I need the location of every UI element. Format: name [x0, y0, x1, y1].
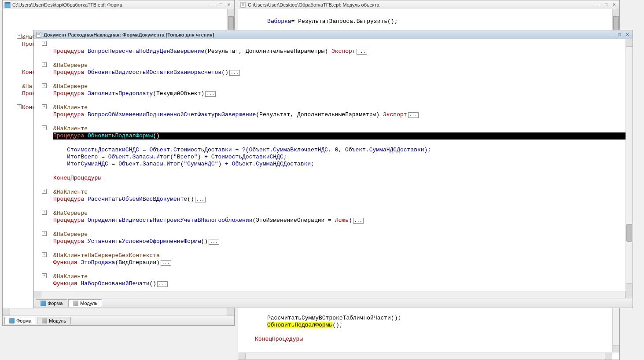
- code-line: Процедура РассчитатьОбъемИВесВДокументе(…: [53, 196, 206, 202]
- code-line: ОбновитьПодвалФормы();: [267, 322, 343, 328]
- code-line: Процедура ВопросОбИзмененииПодчиненнойСч…: [53, 111, 419, 118]
- ellipsis-icon[interactable]: ...: [408, 112, 419, 118]
- tab-form[interactable]: Форма: [36, 299, 67, 307]
- code-line: Процедура УстановитьУсловноеОформлениеФо…: [53, 238, 219, 245]
- svg-rect-1: [5, 2, 10, 4]
- titlebar[interactable]: Документ РасходнаяНакладная: ФормаДокуме…: [34, 30, 633, 39]
- ellipsis-icon[interactable]: ...: [161, 260, 171, 266]
- directive: &НаСервере: [53, 231, 88, 238]
- ellipsis-icon[interactable]: ...: [353, 218, 364, 224]
- titlebar[interactable]: C:\Users\User\Desktop\ОбработкаТГВ.epf: …: [3, 0, 234, 9]
- module-icon: [42, 318, 47, 323]
- code-line: РассчитатьСуммуВСтрокеТабличнойЧасти();: [267, 315, 401, 321]
- ellipsis-icon[interactable]: ...: [157, 281, 168, 287]
- directive: &НаСервере: [53, 210, 88, 217]
- svg-rect-6: [37, 32, 41, 37]
- fold-button[interactable]: +: [42, 83, 47, 88]
- bottom-tabs: Форма Модуль: [3, 316, 234, 325]
- directive: &НаКлиенте: [53, 125, 88, 132]
- ellipsis-icon[interactable]: ...: [357, 49, 367, 55]
- code-line: Функция НаборОснованийПечати()...: [53, 280, 168, 287]
- fold-button[interactable]: +: [42, 273, 47, 278]
- code-line: Процедура ОбновитьВидимостьИОстаткиВзаим…: [53, 69, 240, 76]
- ellipsis-icon[interactable]: ...: [209, 239, 219, 245]
- bottom-tabs: Форма Модуль: [34, 298, 633, 308]
- close-button[interactable]: ✕: [225, 2, 232, 8]
- title-text: Документ РасходнаяНакладная: ФормаДокуме…: [44, 32, 608, 37]
- form-icon: [40, 301, 46, 306]
- fold-button[interactable]: +: [42, 231, 47, 236]
- code-line: Процедура ОпределитьВидимостьНастроекУче…: [53, 217, 364, 224]
- code-line: Процедура ЗаполнитьПредоплату(ТекущийОбъ…: [53, 90, 216, 97]
- end-keyword: КонецПроцедуры: [255, 336, 303, 342]
- fold-button[interactable]: +: [42, 62, 47, 67]
- module-icon: [73, 301, 78, 306]
- ellipsis-icon[interactable]: ...: [195, 197, 206, 202]
- code-line: ИтогВсего = Объект.Запасы.Итог("Всего") …: [53, 154, 287, 160]
- svg-rect-2: [241, 2, 245, 7]
- tab-module[interactable]: Модуль: [37, 317, 71, 324]
- module-icon: [240, 2, 246, 8]
- directive: &НаСервере: [53, 62, 88, 69]
- maximize-button[interactable]: □: [603, 2, 610, 8]
- minimize-button[interactable]: —: [210, 2, 217, 8]
- directive: &НаКлиентеНаСервереБезКонтекста: [53, 252, 160, 259]
- maximize-button[interactable]: □: [217, 2, 224, 8]
- titlebar[interactable]: C:\Users\User\Desktop\ОбработкаТГВ.epf: …: [238, 0, 619, 9]
- ellipsis-icon[interactable]: ...: [229, 70, 240, 76]
- form-icon: [4, 2, 11, 8]
- fold-button[interactable]: +: [17, 34, 22, 39]
- scrollbar-horizontal[interactable]: [34, 291, 633, 298]
- minimize-button[interactable]: —: [608, 32, 615, 38]
- fold-button[interactable]: +: [42, 252, 47, 257]
- fold-button[interactable]: +: [42, 41, 47, 46]
- close-button[interactable]: ✕: [611, 2, 618, 8]
- scrollbar-horizontal[interactable]: [3, 309, 234, 316]
- fold-button[interactable]: +: [17, 104, 22, 109]
- directive: &НаСервере: [53, 83, 88, 90]
- directive: &НаКлиенте: [53, 273, 88, 280]
- ellipsis-icon[interactable]: ...: [205, 91, 216, 97]
- end-keyword: КонецПроцедуры: [53, 175, 101, 181]
- code-line: СтоимостьДоставкиСНДС = Объект.Стоимость…: [53, 147, 431, 153]
- directive: &НаКлиенте: [53, 189, 88, 195]
- scrollbar-horizontal[interactable]: [238, 353, 612, 360]
- title-text: C:\Users\User\Desktop\ОбработкаТГВ.epf: …: [248, 2, 595, 7]
- code-line: Функция ЭтоПродажа(ВидОперации)...: [53, 259, 171, 266]
- fold-button[interactable]: +: [42, 210, 47, 215]
- directive: &НаКлиенте: [53, 104, 88, 111]
- minimize-button[interactable]: —: [595, 2, 602, 8]
- title-text: C:\Users\User\Desktop\ОбработкаТГВ.epf: …: [12, 2, 210, 7]
- code-area[interactable]: Процедура ВопросПересчетаПоВидуЦенЗаверш…: [34, 39, 633, 291]
- document-icon: [36, 32, 42, 38]
- tab-form[interactable]: Форма: [4, 317, 36, 324]
- close-button[interactable]: ✕: [624, 32, 631, 38]
- tab-module[interactable]: Модуль: [68, 299, 102, 307]
- maximize-button[interactable]: □: [616, 32, 623, 38]
- scrollbar-vertical[interactable]: [626, 39, 633, 291]
- directive: &На: [22, 83, 32, 90]
- fold-button[interactable]: −: [42, 125, 47, 130]
- fold-button[interactable]: +: [42, 104, 47, 109]
- highlighted-line: Процедура ОбновитьПодвалФормы(): [53, 132, 633, 140]
- fold-button[interactable]: +: [42, 189, 47, 194]
- window-document: Документ РасходнаяНакладная: ФормаДокуме…: [33, 30, 633, 308]
- code-line: ИтогСуммаНДС = Объект.Запасы.Итог("Сумма…: [53, 161, 314, 167]
- code-line: Выборка= РезультатЗапроса.Выгрузить();: [267, 18, 397, 25]
- form-icon: [9, 318, 15, 323]
- code-line: Процедура ВопросПересчетаПоВидуЦенЗаверш…: [53, 48, 367, 55]
